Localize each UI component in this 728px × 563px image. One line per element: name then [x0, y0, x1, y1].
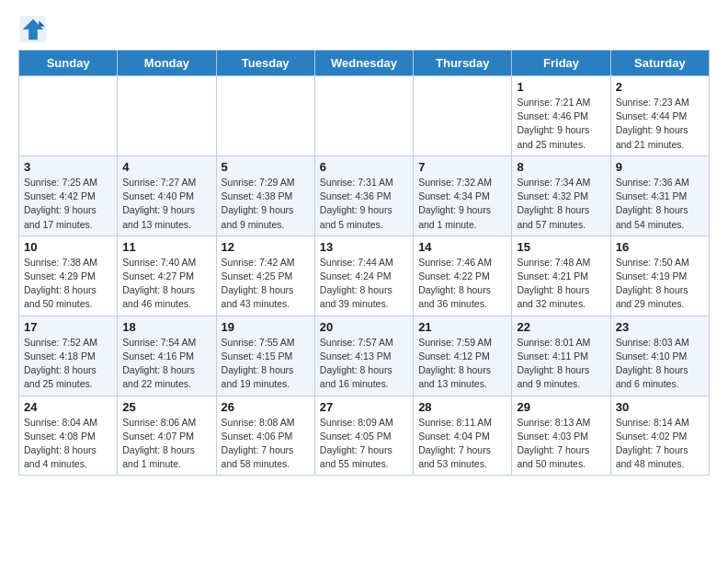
logo — [18, 15, 51, 44]
calendar-cell: 11Sunrise: 7:40 AM Sunset: 4:27 PM Dayli… — [118, 236, 216, 316]
calendar-cell: 26Sunrise: 8:08 AM Sunset: 4:06 PM Dayli… — [216, 396, 314, 476]
header — [18, 15, 710, 44]
day-header-friday: Friday — [512, 51, 610, 76]
day-header-wednesday: Wednesday — [314, 51, 413, 76]
calendar-cell — [19, 76, 118, 156]
day-number: 17 — [24, 320, 112, 334]
day-info: Sunrise: 7:54 AM Sunset: 4:16 PM Dayligh… — [122, 336, 210, 392]
calendar-cell: 21Sunrise: 7:59 AM Sunset: 4:12 PM Dayli… — [414, 316, 512, 396]
calendar-cell: 15Sunrise: 7:48 AM Sunset: 4:21 PM Dayli… — [512, 236, 610, 316]
calendar-cell: 19Sunrise: 7:55 AM Sunset: 4:15 PM Dayli… — [216, 316, 314, 396]
day-info: Sunrise: 8:11 AM Sunset: 4:04 PM Dayligh… — [418, 416, 506, 472]
logo-icon — [18, 15, 48, 44]
calendar-cell: 23Sunrise: 8:03 AM Sunset: 4:10 PM Dayli… — [610, 316, 709, 396]
calendar-cell: 3Sunrise: 7:25 AM Sunset: 4:42 PM Daylig… — [19, 155, 118, 236]
day-info: Sunrise: 7:52 AM Sunset: 4:18 PM Dayligh… — [24, 336, 112, 392]
day-info: Sunrise: 7:38 AM Sunset: 4:29 PM Dayligh… — [24, 256, 112, 312]
day-number: 19 — [222, 320, 310, 334]
day-number: 25 — [122, 400, 210, 414]
day-info: Sunrise: 7:42 AM Sunset: 4:25 PM Dayligh… — [222, 256, 310, 312]
day-number: 5 — [222, 160, 310, 174]
calendar-cell: 20Sunrise: 7:57 AM Sunset: 4:13 PM Dayli… — [314, 316, 413, 396]
day-number: 15 — [517, 240, 605, 254]
calendar-cell: 24Sunrise: 8:04 AM Sunset: 4:08 PM Dayli… — [19, 396, 118, 476]
day-info: Sunrise: 7:48 AM Sunset: 4:21 PM Dayligh… — [517, 256, 605, 312]
day-info: Sunrise: 7:36 AM Sunset: 4:31 PM Dayligh… — [616, 176, 704, 232]
calendar-week-1: 3Sunrise: 7:25 AM Sunset: 4:42 PM Daylig… — [19, 155, 710, 236]
calendar-cell: 6Sunrise: 7:31 AM Sunset: 4:36 PM Daylig… — [314, 155, 413, 236]
day-number: 20 — [320, 320, 408, 334]
day-header-saturday: Saturday — [610, 51, 709, 76]
day-number: 6 — [320, 160, 408, 174]
day-number: 22 — [517, 320, 605, 334]
day-number: 16 — [616, 240, 704, 254]
calendar-cell: 9Sunrise: 7:36 AM Sunset: 4:31 PM Daylig… — [610, 155, 709, 236]
day-info: Sunrise: 7:27 AM Sunset: 4:40 PM Dayligh… — [122, 176, 210, 232]
day-info: Sunrise: 7:59 AM Sunset: 4:12 PM Dayligh… — [418, 336, 506, 392]
calendar-week-2: 10Sunrise: 7:38 AM Sunset: 4:29 PM Dayli… — [19, 236, 710, 316]
day-number: 23 — [616, 320, 704, 334]
day-number: 3 — [24, 160, 112, 174]
day-number: 9 — [616, 160, 704, 174]
calendar-cell: 29Sunrise: 8:13 AM Sunset: 4:03 PM Dayli… — [512, 396, 610, 476]
day-header-tuesday: Tuesday — [216, 51, 314, 76]
day-number: 21 — [418, 320, 506, 334]
calendar-cell — [118, 76, 216, 156]
day-number: 29 — [517, 400, 605, 414]
day-number: 24 — [24, 400, 112, 414]
day-number: 7 — [418, 160, 506, 174]
day-info: Sunrise: 7:32 AM Sunset: 4:34 PM Dayligh… — [418, 176, 506, 232]
day-info: Sunrise: 7:31 AM Sunset: 4:36 PM Dayligh… — [320, 176, 408, 232]
day-info: Sunrise: 7:29 AM Sunset: 4:38 PM Dayligh… — [222, 176, 310, 232]
day-info: Sunrise: 7:25 AM Sunset: 4:42 PM Dayligh… — [24, 176, 112, 232]
day-info: Sunrise: 8:14 AM Sunset: 4:02 PM Dayligh… — [616, 416, 704, 472]
page: SundayMondayTuesdayWednesdayThursdayFrid… — [0, 0, 728, 490]
calendar-cell: 4Sunrise: 7:27 AM Sunset: 4:40 PM Daylig… — [118, 155, 216, 236]
day-number: 28 — [418, 400, 506, 414]
calendar-cell: 2Sunrise: 7:23 AM Sunset: 4:44 PM Daylig… — [610, 76, 709, 156]
day-header-monday: Monday — [118, 51, 216, 76]
day-number: 14 — [418, 240, 506, 254]
calendar-cell: 16Sunrise: 7:50 AM Sunset: 4:19 PM Dayli… — [610, 236, 709, 316]
day-info: Sunrise: 7:23 AM Sunset: 4:44 PM Dayligh… — [616, 96, 704, 152]
day-header-sunday: Sunday — [19, 51, 118, 76]
calendar: SundayMondayTuesdayWednesdayThursdayFrid… — [18, 50, 710, 476]
calendar-cell — [314, 76, 413, 156]
day-info: Sunrise: 7:44 AM Sunset: 4:24 PM Dayligh… — [320, 256, 408, 312]
day-info: Sunrise: 8:01 AM Sunset: 4:11 PM Dayligh… — [517, 336, 605, 392]
day-number: 13 — [320, 240, 408, 254]
day-number: 4 — [122, 160, 210, 174]
calendar-cell: 27Sunrise: 8:09 AM Sunset: 4:05 PM Dayli… — [314, 396, 413, 476]
calendar-cell: 14Sunrise: 7:46 AM Sunset: 4:22 PM Dayli… — [414, 236, 512, 316]
calendar-cell: 12Sunrise: 7:42 AM Sunset: 4:25 PM Dayli… — [216, 236, 314, 316]
calendar-cell: 28Sunrise: 8:11 AM Sunset: 4:04 PM Dayli… — [414, 396, 512, 476]
day-number: 26 — [222, 400, 310, 414]
calendar-week-4: 24Sunrise: 8:04 AM Sunset: 4:08 PM Dayli… — [19, 396, 710, 476]
calendar-cell: 30Sunrise: 8:14 AM Sunset: 4:02 PM Dayli… — [610, 396, 709, 476]
calendar-header-row: SundayMondayTuesdayWednesdayThursdayFrid… — [19, 51, 710, 76]
day-number: 30 — [616, 400, 704, 414]
calendar-cell: 7Sunrise: 7:32 AM Sunset: 4:34 PM Daylig… — [414, 155, 512, 236]
calendar-cell: 10Sunrise: 7:38 AM Sunset: 4:29 PM Dayli… — [19, 236, 118, 316]
day-number: 8 — [517, 160, 605, 174]
calendar-cell: 5Sunrise: 7:29 AM Sunset: 4:38 PM Daylig… — [216, 155, 314, 236]
calendar-cell: 1Sunrise: 7:21 AM Sunset: 4:46 PM Daylig… — [512, 76, 610, 156]
calendar-cell — [216, 76, 314, 156]
day-info: Sunrise: 8:13 AM Sunset: 4:03 PM Dayligh… — [517, 416, 605, 472]
calendar-cell: 25Sunrise: 8:06 AM Sunset: 4:07 PM Dayli… — [118, 396, 216, 476]
day-number: 11 — [122, 240, 210, 254]
calendar-cell: 22Sunrise: 8:01 AM Sunset: 4:11 PM Dayli… — [512, 316, 610, 396]
day-info: Sunrise: 8:04 AM Sunset: 4:08 PM Dayligh… — [24, 416, 112, 472]
day-info: Sunrise: 7:55 AM Sunset: 4:15 PM Dayligh… — [222, 336, 310, 392]
calendar-week-3: 17Sunrise: 7:52 AM Sunset: 4:18 PM Dayli… — [19, 316, 710, 396]
day-number: 10 — [24, 240, 112, 254]
day-number: 12 — [222, 240, 310, 254]
day-number: 1 — [517, 80, 605, 94]
calendar-cell: 8Sunrise: 7:34 AM Sunset: 4:32 PM Daylig… — [512, 155, 610, 236]
calendar-cell — [414, 76, 512, 156]
day-number: 27 — [320, 400, 408, 414]
day-info: Sunrise: 7:40 AM Sunset: 4:27 PM Dayligh… — [122, 256, 210, 312]
day-number: 18 — [122, 320, 210, 334]
day-header-thursday: Thursday — [414, 51, 512, 76]
calendar-week-0: 1Sunrise: 7:21 AM Sunset: 4:46 PM Daylig… — [19, 76, 710, 156]
